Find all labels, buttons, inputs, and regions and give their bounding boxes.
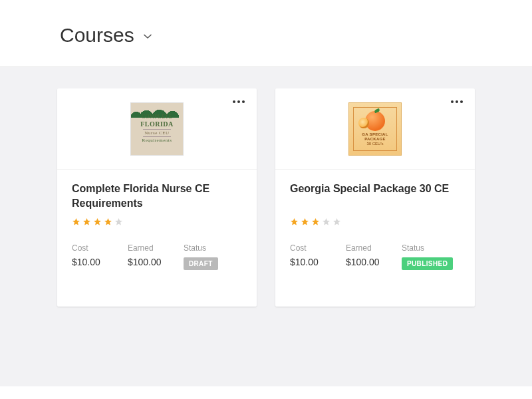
cards-grid: COMPLETE FLORIDA Nurse CEU Requirements …	[0, 67, 532, 386]
thumb-line: Nurse CEU	[143, 129, 171, 137]
earned-label: Earned	[346, 243, 402, 253]
thumb-line: Requirements	[140, 138, 174, 143]
card-meta: Cost $10.00 Earned $100.00 Status PUBLIS…	[290, 243, 460, 270]
card-thumb-area: COMPLETE FLORIDA Nurse CEU Requirements	[57, 88, 257, 170]
course-card[interactable]: COMPLETE FLORIDA Nurse CEU Requirements …	[57, 88, 257, 307]
more-icon[interactable]	[448, 98, 466, 106]
card-thumb-area: GA SPECIAL PACKAGE 30 CEU's	[275, 88, 475, 170]
page-header: Courses	[0, 0, 532, 67]
thumb-line: COMPLETE	[140, 114, 174, 120]
thumb-line: 30 CEU's	[366, 142, 383, 146]
status-badge: PUBLISHED	[402, 257, 453, 270]
page-title: Courses	[60, 24, 134, 47]
rating-stars	[290, 217, 460, 226]
course-thumbnail: COMPLETE FLORIDA Nurse CEU Requirements	[130, 102, 184, 156]
earned-value: $100.00	[346, 257, 402, 267]
card-body: Georgia Special Package 30 CE Cost $10.0…	[275, 170, 475, 307]
course-card[interactable]: GA SPECIAL PACKAGE 30 CEU's Georgia Spec…	[275, 88, 475, 307]
status-label: Status	[184, 243, 242, 253]
star-icon	[301, 217, 309, 226]
thumb-line: GA SPECIAL PACKAGE	[354, 132, 396, 142]
chevron-down-icon[interactable]	[144, 34, 152, 39]
rating-stars	[72, 217, 242, 226]
status-label: Status	[402, 243, 460, 253]
cost-label: Cost	[72, 243, 128, 253]
star-icon	[82, 217, 91, 226]
card-meta: Cost $10.00 Earned $100.00 Status DRAFT	[72, 243, 242, 270]
star-icon	[93, 217, 102, 226]
earned-label: Earned	[128, 243, 184, 253]
peach-icon	[365, 111, 385, 131]
cost-value: $10.00	[290, 257, 346, 267]
status-badge: DRAFT	[184, 257, 218, 270]
thumb-line: FLORIDA	[140, 120, 174, 128]
course-title: Complete Florida Nurse CE Requirements	[72, 182, 242, 211]
card-body: Complete Florida Nurse CE Requirements C…	[57, 170, 257, 307]
course-title: Georgia Special Package 30 CE	[290, 182, 460, 211]
cost-label: Cost	[290, 243, 346, 253]
course-thumbnail: GA SPECIAL PACKAGE 30 CEU's	[348, 102, 402, 156]
star-icon	[290, 217, 299, 226]
cost-value: $10.00	[72, 257, 128, 267]
star-icon	[72, 217, 80, 226]
star-icon	[104, 217, 112, 226]
star-icon	[332, 217, 341, 226]
star-icon	[311, 217, 320, 226]
star-icon	[322, 217, 331, 226]
star-icon	[114, 217, 123, 226]
more-icon[interactable]	[230, 98, 247, 106]
earned-value: $100.00	[128, 257, 184, 267]
